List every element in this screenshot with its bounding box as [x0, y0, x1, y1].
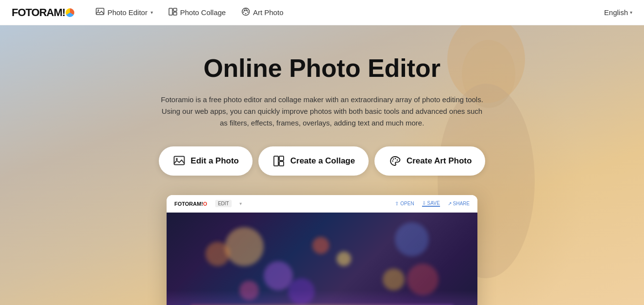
bokeh-9: [337, 251, 351, 266]
image-btn-icon: [172, 154, 186, 168]
art-photo-label: Art Photo: [253, 8, 284, 17]
svg-point-22: [395, 158, 396, 160]
nav-photo-editor[interactable]: Photo Editor ▾: [90, 5, 159, 20]
svg-point-23: [397, 160, 398, 161]
palette-btn-icon: [388, 154, 402, 168]
svg-rect-3: [173, 8, 177, 11]
svg-rect-17: [274, 156, 278, 166]
hero-buttons: Edit a Photo Create a Collage: [159, 146, 486, 176]
bokeh-6: [383, 269, 405, 290]
svg-point-11: [245, 9, 247, 11]
edit-photo-label: Edit a Photo: [191, 156, 239, 166]
bokeh-1: [225, 227, 264, 266]
share-icon: ↗: [448, 201, 452, 206]
svg-rect-18: [279, 156, 284, 161]
svg-point-9: [243, 12, 244, 13]
hero-title: Online Photo Editor: [203, 54, 441, 82]
language-label: English: [604, 8, 628, 17]
svg-rect-19: [279, 161, 284, 166]
create-collage-button[interactable]: Create a Collage: [258, 146, 369, 176]
create-art-label: Create Art Photo: [407, 156, 472, 166]
svg-point-20: [392, 161, 393, 162]
photo-editor-label: Photo Editor: [107, 8, 148, 17]
hero-subtitle: Fotoramio is a free photo editor and col…: [157, 94, 487, 129]
edit-photo-button[interactable]: Edit a Photo: [159, 146, 253, 176]
collage-icon: [169, 8, 177, 17]
preview-logo-text: FOTORAM!O: [174, 201, 207, 207]
site-logo[interactable]: FOTORAM!: [12, 6, 74, 19]
language-selector[interactable]: English ▾: [604, 8, 632, 17]
save-icon: ⇩: [422, 200, 426, 206]
svg-point-16: [176, 158, 178, 160]
preview-photo: [167, 213, 477, 305]
collage-btn-icon: [272, 154, 286, 168]
svg-point-1: [98, 10, 99, 11]
preview-dropdown-icon: ▾: [239, 201, 242, 206]
create-art-button[interactable]: Create Art Photo: [374, 146, 485, 176]
svg-rect-2: [169, 8, 172, 15]
photo-collage-label: Photo Collage: [180, 8, 226, 17]
language-chevron-icon: ▾: [630, 10, 632, 15]
navbar: FOTORAM! Photo Editor ▾: [0, 0, 644, 25]
svg-rect-4: [173, 12, 177, 15]
preview-toolbar: FOTORAM!O EDIT ▾ ⇧ OPEN ⇩ SAVE ↗ SHARE: [167, 195, 477, 213]
hero-content: Online Photo Editor Fotoramio is a free …: [0, 25, 644, 305]
svg-rect-15: [174, 157, 184, 165]
share-label: SHARE: [453, 201, 470, 206]
nav-items: Photo Editor ▾ Photo Collage: [90, 4, 604, 20]
upload-icon: ⇧: [395, 201, 399, 206]
app-preview-window: FOTORAM!O EDIT ▾ ⇧ OPEN ⇩ SAVE ↗ SHARE: [167, 195, 477, 305]
nav-photo-collage[interactable]: Photo Collage: [163, 5, 232, 20]
logo-text: FOTORAM!: [12, 6, 65, 19]
bokeh-5: [395, 222, 429, 256]
preview-toolbar-actions: ⇧ OPEN ⇩ SAVE ↗ SHARE: [395, 200, 470, 207]
image-icon: [96, 8, 104, 17]
bokeh-3: [264, 261, 293, 290]
svg-rect-0: [96, 8, 104, 15]
create-collage-label: Create a Collage: [290, 156, 355, 166]
hero-section: Online Photo Editor Fotoramio is a free …: [0, 25, 644, 305]
reflection: [167, 290, 477, 305]
save-label: SAVE: [427, 200, 440, 206]
photo-editor-chevron-icon: ▾: [151, 10, 153, 15]
bokeh-7: [312, 237, 329, 254]
preview-share-action[interactable]: ↗ SHARE: [448, 200, 470, 207]
bokeh-2: [205, 242, 230, 266]
palette-icon: [241, 7, 250, 18]
logo-icon: [66, 8, 74, 17]
nav-art-photo[interactable]: Art Photo: [236, 4, 289, 20]
svg-point-10: [247, 12, 248, 13]
preview-open-action[interactable]: ⇧ OPEN: [395, 200, 414, 207]
open-label: OPEN: [400, 201, 414, 206]
preview-edit-btn: EDIT: [215, 200, 232, 207]
svg-point-8: [245, 13, 246, 14]
preview-save-action[interactable]: ⇩ SAVE: [422, 200, 440, 207]
svg-point-21: [393, 159, 394, 160]
